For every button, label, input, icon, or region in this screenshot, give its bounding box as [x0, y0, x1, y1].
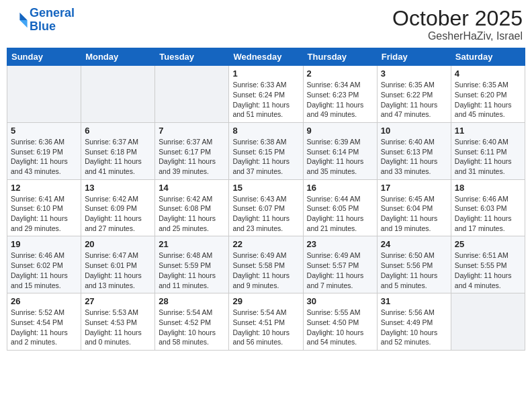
logo-line1: General	[30, 6, 75, 19]
day-info: Sunrise: 6:43 AM Sunset: 6:07 PM Dayligh…	[232, 194, 299, 234]
logo: General Blue	[9, 7, 75, 34]
calendar-cell: 1Sunrise: 6:33 AM Sunset: 6:24 PM Daylig…	[229, 66, 303, 123]
day-number: 26	[11, 296, 77, 306]
month-title: October 2025	[392, 7, 523, 30]
calendar-cell: 6Sunrise: 6:37 AM Sunset: 6:18 PM Daylig…	[81, 122, 155, 179]
calendar-cell: 22Sunrise: 6:49 AM Sunset: 5:58 PM Dayli…	[229, 236, 303, 293]
day-number: 17	[381, 183, 447, 193]
day-info: Sunrise: 6:35 AM Sunset: 6:20 PM Dayligh…	[455, 80, 521, 120]
day-info: Sunrise: 6:35 AM Sunset: 6:22 PM Dayligh…	[381, 80, 447, 120]
day-info: Sunrise: 5:55 AM Sunset: 4:50 PM Dayligh…	[307, 308, 373, 347]
day-number: 28	[159, 296, 225, 306]
weekday-header: Friday	[377, 48, 451, 66]
day-info: Sunrise: 5:53 AM Sunset: 4:53 PM Dayligh…	[85, 308, 151, 347]
calendar-cell: 8Sunrise: 6:38 AM Sunset: 6:15 PM Daylig…	[229, 122, 303, 179]
day-info: Sunrise: 6:42 AM Sunset: 6:09 PM Dayligh…	[85, 194, 151, 234]
weekday-header: Monday	[81, 48, 155, 66]
calendar-week-row: 1Sunrise: 6:33 AM Sunset: 6:24 PM Daylig…	[7, 66, 525, 123]
logo-line2: Blue	[30, 19, 56, 33]
svg-marker-0	[19, 13, 27, 20]
calendar-cell: 16Sunrise: 6:44 AM Sunset: 6:05 PM Dayli…	[303, 179, 377, 236]
calendar-cell	[7, 66, 81, 123]
day-info: Sunrise: 6:40 AM Sunset: 6:11 PM Dayligh…	[455, 137, 521, 177]
day-info: Sunrise: 6:40 AM Sunset: 6:13 PM Dayligh…	[381, 137, 447, 177]
day-number: 4	[455, 68, 521, 79]
day-info: Sunrise: 6:38 AM Sunset: 6:15 PM Dayligh…	[232, 137, 299, 177]
day-number: 2	[307, 68, 373, 79]
calendar-week-row: 12Sunrise: 6:41 AM Sunset: 6:10 PM Dayli…	[7, 179, 525, 236]
day-info: Sunrise: 6:46 AM Sunset: 6:03 PM Dayligh…	[455, 194, 521, 234]
calendar-cell: 12Sunrise: 6:41 AM Sunset: 6:10 PM Dayli…	[7, 179, 81, 236]
calendar-cell: 25Sunrise: 6:51 AM Sunset: 5:55 PM Dayli…	[451, 236, 525, 293]
calendar-cell: 19Sunrise: 6:46 AM Sunset: 6:02 PM Dayli…	[7, 236, 81, 293]
day-info: Sunrise: 6:42 AM Sunset: 6:08 PM Dayligh…	[159, 194, 225, 234]
calendar-cell: 15Sunrise: 6:43 AM Sunset: 6:07 PM Dayli…	[229, 179, 303, 236]
calendar-cell: 31Sunrise: 5:56 AM Sunset: 4:49 PM Dayli…	[377, 293, 451, 351]
svg-marker-1	[19, 20, 27, 28]
day-number: 1	[232, 68, 299, 79]
day-info: Sunrise: 6:34 AM Sunset: 6:23 PM Dayligh…	[307, 80, 373, 120]
calendar-week-row: 5Sunrise: 6:36 AM Sunset: 6:19 PM Daylig…	[7, 122, 525, 179]
calendar-table: SundayMondayTuesdayWednesdayThursdayFrid…	[7, 48, 525, 351]
day-number: 5	[11, 126, 77, 136]
weekday-header: Sunday	[7, 48, 81, 66]
day-info: Sunrise: 6:50 AM Sunset: 5:56 PM Dayligh…	[381, 250, 447, 290]
calendar-week-row: 26Sunrise: 5:52 AM Sunset: 4:54 PM Dayli…	[7, 293, 525, 351]
weekday-header: Wednesday	[229, 48, 303, 66]
day-info: Sunrise: 6:46 AM Sunset: 6:02 PM Dayligh…	[11, 250, 77, 290]
calendar-cell: 3Sunrise: 6:35 AM Sunset: 6:22 PM Daylig…	[377, 66, 451, 123]
calendar-week-row: 19Sunrise: 6:46 AM Sunset: 6:02 PM Dayli…	[7, 236, 525, 293]
day-info: Sunrise: 6:41 AM Sunset: 6:10 PM Dayligh…	[11, 194, 77, 234]
calendar-cell: 7Sunrise: 6:37 AM Sunset: 6:17 PM Daylig…	[155, 122, 229, 179]
calendar-cell: 13Sunrise: 6:42 AM Sunset: 6:09 PM Dayli…	[81, 179, 155, 236]
day-number: 8	[232, 126, 299, 136]
calendar-cell: 14Sunrise: 6:42 AM Sunset: 6:08 PM Dayli…	[155, 179, 229, 236]
day-number: 14	[159, 183, 225, 193]
day-info: Sunrise: 6:39 AM Sunset: 6:14 PM Dayligh…	[307, 137, 373, 177]
day-number: 29	[232, 296, 299, 306]
day-info: Sunrise: 6:49 AM Sunset: 5:57 PM Dayligh…	[307, 250, 373, 290]
calendar-cell	[451, 293, 525, 351]
day-number: 24	[381, 239, 447, 249]
day-info: Sunrise: 6:36 AM Sunset: 6:19 PM Dayligh…	[11, 137, 77, 177]
day-number: 27	[85, 296, 151, 306]
day-info: Sunrise: 6:37 AM Sunset: 6:17 PM Dayligh…	[159, 137, 225, 177]
calendar-cell: 26Sunrise: 5:52 AM Sunset: 4:54 PM Dayli…	[7, 293, 81, 351]
day-info: Sunrise: 5:52 AM Sunset: 4:54 PM Dayligh…	[11, 308, 77, 347]
day-number: 20	[85, 239, 151, 249]
calendar-cell: 5Sunrise: 6:36 AM Sunset: 6:19 PM Daylig…	[7, 122, 81, 179]
calendar-cell: 17Sunrise: 6:45 AM Sunset: 6:04 PM Dayli…	[377, 179, 451, 236]
day-info: Sunrise: 6:48 AM Sunset: 5:59 PM Dayligh…	[159, 250, 225, 290]
day-info: Sunrise: 5:56 AM Sunset: 4:49 PM Dayligh…	[381, 308, 447, 347]
calendar-cell: 4Sunrise: 6:35 AM Sunset: 6:20 PM Daylig…	[451, 66, 525, 123]
calendar-cell: 2Sunrise: 6:34 AM Sunset: 6:23 PM Daylig…	[303, 66, 377, 123]
day-number: 7	[159, 126, 225, 136]
day-number: 16	[307, 183, 373, 193]
day-number: 23	[307, 239, 373, 249]
day-info: Sunrise: 6:33 AM Sunset: 6:24 PM Dayligh…	[232, 80, 299, 120]
day-number: 11	[455, 126, 521, 136]
calendar-cell: 11Sunrise: 6:40 AM Sunset: 6:11 PM Dayli…	[451, 122, 525, 179]
day-number: 19	[11, 239, 77, 249]
logo-text: General Blue	[30, 7, 75, 34]
weekday-header: Tuesday	[155, 48, 229, 66]
day-number: 22	[232, 239, 299, 249]
day-info: Sunrise: 6:49 AM Sunset: 5:58 PM Dayligh…	[232, 250, 299, 290]
calendar-cell: 28Sunrise: 5:54 AM Sunset: 4:52 PM Dayli…	[155, 293, 229, 351]
day-number: 15	[232, 183, 299, 193]
day-info: Sunrise: 5:54 AM Sunset: 4:52 PM Dayligh…	[159, 308, 225, 347]
title-block: October 2025 GesherHaZiv, Israel	[392, 7, 523, 42]
day-info: Sunrise: 6:45 AM Sunset: 6:04 PM Dayligh…	[381, 194, 447, 234]
calendar-cell: 27Sunrise: 5:53 AM Sunset: 4:53 PM Dayli…	[81, 293, 155, 351]
calendar-cell: 9Sunrise: 6:39 AM Sunset: 6:14 PM Daylig…	[303, 122, 377, 179]
day-info: Sunrise: 6:44 AM Sunset: 6:05 PM Dayligh…	[307, 194, 373, 234]
page-header: General Blue October 2025 GesherHaZiv, I…	[7, 7, 525, 42]
day-number: 25	[455, 239, 521, 249]
calendar-cell: 29Sunrise: 5:54 AM Sunset: 4:51 PM Dayli…	[229, 293, 303, 351]
day-info: Sunrise: 6:47 AM Sunset: 6:01 PM Dayligh…	[85, 250, 151, 290]
logo-icon	[9, 11, 28, 30]
calendar-cell: 30Sunrise: 5:55 AM Sunset: 4:50 PM Dayli…	[303, 293, 377, 351]
calendar-cell: 21Sunrise: 6:48 AM Sunset: 5:59 PM Dayli…	[155, 236, 229, 293]
day-info: Sunrise: 5:54 AM Sunset: 4:51 PM Dayligh…	[232, 308, 299, 347]
day-number: 18	[455, 183, 521, 193]
